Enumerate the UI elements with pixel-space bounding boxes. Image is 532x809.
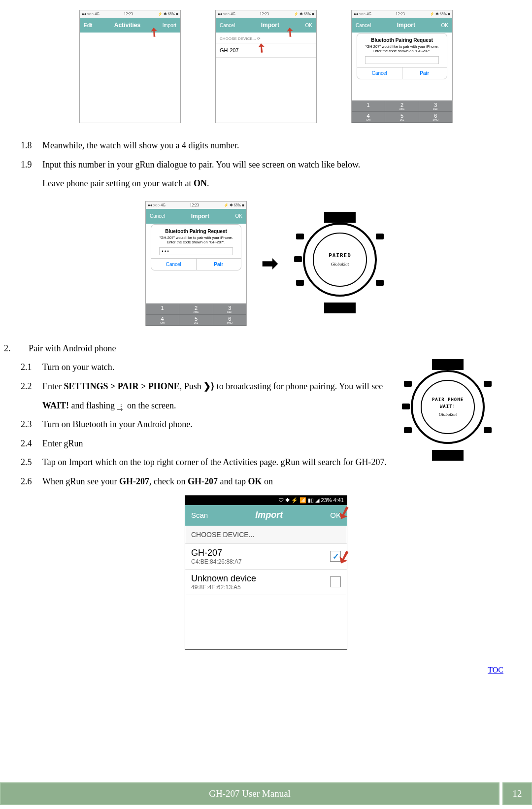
navbar-import: Cancel Import OK [216, 18, 316, 33]
step-2-2: 2.2 Enter SETTINGS > PAIR > PHONE, Push … [18, 379, 396, 394]
arrow-right-icon: ➡ [262, 252, 278, 275]
page-number: 12 [502, 782, 532, 805]
cancel-button[interactable]: Cancel [150, 213, 165, 219]
device-name: Unknown device [191, 573, 256, 584]
watch-brand: GlobalSat [331, 262, 349, 267]
title-import: Import [397, 22, 415, 29]
keypad-5[interactable]: 5JKL [385, 112, 418, 122]
section-2: 2. Pair with Android phone [4, 341, 514, 356]
device-mac: C4:BE:84:26:88:A7 [191, 558, 242, 565]
device-mac: 49:8E:4E:62:13:A5 [191, 584, 256, 591]
step-2-4: 2.4 Enter gRun [18, 436, 396, 451]
step-2-3: 2.3 Turn on Bluetooth in your Android ph… [18, 417, 396, 432]
pairing-code-input[interactable] [159, 247, 233, 255]
pairing-cancel-button[interactable]: Cancel [357, 67, 402, 79]
screenshot-android-import: 🛡 ✱ ⚡ 📶 ▮▯ ◢ 23% 4:41 Scan Import OK CHO… [185, 495, 347, 650]
pairing-cancel-button[interactable]: Cancel [151, 259, 196, 270]
keypad-1[interactable]: 1 [352, 101, 385, 111]
watch-pair-phone-illustration: PAIR PHONE WAIT! GlobalSat [401, 357, 495, 465]
status-bar: ●●○○○ 4G 12:23 ⚡ ✱ 68% ■ [216, 10, 316, 18]
screenshot-import-list: ●●○○○ 4G 12:23 ⚡ ✱ 68% ■ Cancel Import O… [215, 10, 317, 123]
keypad-6[interactable]: 6MNO [419, 112, 452, 122]
android-navbar: Scan Import OK [185, 505, 347, 526]
android-status-bar: 🛡 ✱ ⚡ 📶 ▮▯ ◢ 23% 4:41 [185, 496, 347, 505]
ok-button[interactable]: OK [305, 23, 312, 28]
step-1-8: 1.8 Meanwhile, the watch will show you a… [18, 138, 514, 153]
screenshot-pairing-code-entered: ●●○○○ 4G 12:23 ⚡ ✱ 68% ■ Cancel Import O… [145, 201, 247, 326]
choose-device-label: CHOOSE DEVICE... ⟳ [216, 33, 316, 43]
edit-button[interactable]: Edit [84, 23, 92, 28]
scan-button[interactable]: Scan [191, 511, 208, 519]
ok-button[interactable]: OK [235, 213, 242, 219]
pairing-pair-button[interactable]: Pair [196, 259, 241, 270]
keypad-4[interactable]: 4GHI [146, 315, 179, 325]
title-import: Import [261, 22, 279, 29]
navbar-import: Cancel Import OK [352, 18, 452, 33]
step-2-6: 2.6 When gRun see your GH-207, check on … [18, 474, 514, 489]
keypad-2[interactable]: 2ABC [179, 304, 212, 314]
pairing-pair-button[interactable]: Pair [402, 67, 447, 79]
keypad: 1 2ABC 3DEF 4GHI 5JKL 6MNO [352, 101, 452, 123]
keypad: 1 2ABC 3DEF 4GHI 5JKL 6MNO [146, 303, 246, 326]
keypad-3[interactable]: 3DEF [419, 101, 452, 111]
bluetooth-icon: 𝄈⃯ [117, 398, 125, 413]
step-2-1: 2.1 Turn on your watch. [18, 360, 396, 375]
footer-title: GH-207 User Manual [0, 782, 499, 805]
status-bar: ●●○○○ 4G 12:23 ⚡ ✱ 68% ■ [80, 10, 180, 18]
step-2-5: 2.5 Tap on Import which on the top right… [18, 455, 396, 470]
status-bar: ●●○○○ 4G 12:23 ⚡ ✱ 68% ■ [146, 202, 246, 209]
device-row-unknown[interactable]: Unknown device 49:8E:4E:62:13:A5 [185, 570, 347, 595]
device-row-gh207[interactable]: GH-207 C4:BE:84:26:88:A7 ✓ [185, 544, 347, 570]
pairing-message: "GH-207" would like to pair with your iP… [361, 44, 443, 53]
title-activities: Activities [114, 22, 140, 29]
status-bar: ●●○○○ 4G 12:23 ⚡ ✱ 68% ■ [352, 10, 452, 18]
keypad-5[interactable]: 5JKL [179, 315, 212, 325]
navbar-import: Cancel Import OK [146, 209, 246, 224]
pairing-title: Bluetooth Pairing Request [155, 229, 237, 234]
cancel-button[interactable]: Cancel [220, 23, 235, 28]
keypad-3[interactable]: 3DEF [213, 304, 246, 314]
pairing-dialog: Bluetooth Pairing Request "GH-207" would… [151, 224, 241, 270]
watch-screen-wait: WAIT! [440, 404, 456, 409]
navbar-activities: Edit Activities Import [80, 18, 180, 33]
screenshot-activities: ●●○○○ 4G 12:23 ⚡ ✱ 68% ■ Edit Activities… [79, 10, 181, 123]
device-name: GH-207 [191, 548, 242, 558]
watch-screen-text: PAIRED [329, 252, 351, 259]
cancel-button[interactable]: Cancel [356, 23, 371, 28]
keypad-2[interactable]: 2ABC [385, 101, 418, 111]
toc-link[interactable]: TOC [488, 666, 503, 674]
pairing-dialog: Bluetooth Pairing Request "GH-207" would… [357, 33, 447, 79]
android-title: Import [255, 510, 283, 520]
toc-link-container: TOC [14, 665, 518, 675]
watch-brand: GlobalSat [439, 412, 457, 417]
step-1-9: 1.9 Input this number in your gRun dialo… [18, 157, 514, 172]
pairing-message: "GH-207" would like to pair with your iP… [155, 236, 237, 244]
title-import: Import [191, 213, 209, 220]
keypad-4[interactable]: 4GHI [352, 112, 385, 122]
keypad-1[interactable]: 1 [146, 304, 179, 314]
push-icon: ❯⟩ [203, 379, 214, 394]
import-button[interactable]: Import [163, 23, 176, 28]
watch-screen-text: PAIR PHONE [432, 397, 464, 402]
ok-button[interactable]: OK [441, 23, 448, 28]
keypad-6[interactable]: 6MNO [213, 315, 246, 325]
android-choose-label: CHOOSE DEVICE... [185, 526, 347, 544]
step-1-9-cont: Leave phone pair setting on your watch a… [18, 176, 514, 191]
screenshot-pairing-request: ●●○○○ 4G 12:23 ⚡ ✱ 68% ■ Cancel Import O… [351, 10, 453, 123]
checkbox-unchecked-icon[interactable] [330, 576, 341, 587]
pairing-title: Bluetooth Pairing Request [361, 37, 443, 43]
pairing-code-input[interactable] [365, 56, 438, 64]
watch-paired-illustration: PAIRED GlobalSat [293, 210, 387, 317]
